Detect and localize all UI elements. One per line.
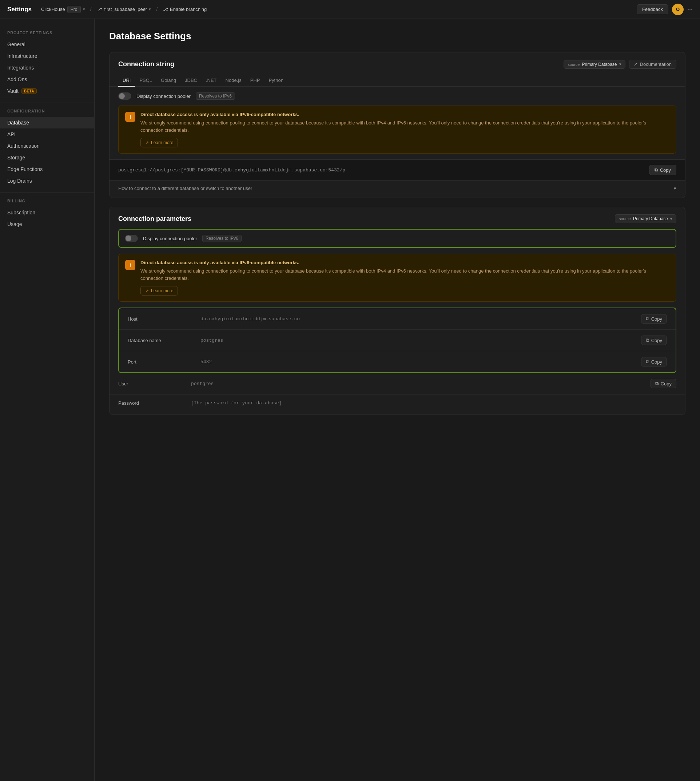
- copy-label: Copy: [660, 167, 671, 173]
- params-pooler-toggle-row: Display connection pooler Resolves to IP…: [119, 230, 676, 247]
- warning-content: Direct database access is only available…: [140, 112, 670, 147]
- sidebar-item-label: Integrations: [7, 65, 34, 71]
- tab-uri[interactable]: URI: [118, 75, 135, 87]
- sidebar-item-label: Add Ons: [7, 77, 27, 82]
- sidebar-item-database[interactable]: Database: [0, 117, 94, 128]
- params-warning-icon: !: [125, 260, 135, 270]
- sidebar-item-edge-functions[interactable]: Edge Functions: [0, 164, 94, 175]
- project-selector[interactable]: ClickHouse Pro ▾: [41, 6, 85, 13]
- enable-branching-btn[interactable]: ⎇ Enable branching: [163, 7, 207, 12]
- source-selector-connection-string[interactable]: source Primary Database ▾: [563, 60, 625, 69]
- params-source-value: Primary Database: [633, 216, 668, 221]
- connect-dropdown-row[interactable]: How to connect to a different database o…: [110, 180, 685, 196]
- learn-more-button-connection-string[interactable]: ↗ Learn more: [140, 138, 178, 147]
- documentation-link[interactable]: ↗ Documentation: [629, 60, 677, 69]
- page-title: Database Settings: [109, 30, 685, 42]
- tab-python[interactable]: Python: [264, 75, 287, 87]
- sidebar-item-vault[interactable]: Vault BETA: [0, 85, 94, 97]
- sidebar-item-storage[interactable]: Storage: [0, 152, 94, 164]
- sidebar-item-label: Usage: [7, 221, 22, 227]
- branch-selector[interactable]: ⎇ first_supabase_peer ▾: [97, 7, 151, 12]
- sidebar-item-add-ons[interactable]: Add Ons: [0, 73, 94, 85]
- tab-jdbc[interactable]: JDBC: [180, 75, 202, 87]
- copy-dbname-icon: ⧉: [646, 337, 649, 343]
- params-toggle-knob: [125, 235, 131, 241]
- main-content: Database Settings Connection string sour…: [95, 19, 700, 781]
- copy-host-icon: ⧉: [646, 316, 649, 322]
- copy-dbname-button[interactable]: ⧉ Copy: [641, 335, 667, 345]
- sidebar-item-label: Subscription: [7, 210, 35, 215]
- sidebar-item-label: Authentication: [7, 143, 40, 149]
- nav-separator-2: /: [156, 7, 158, 12]
- branch-icon: ⎇: [97, 7, 102, 12]
- params-toggle-label: Display connection pooler: [143, 236, 197, 241]
- param-row-dbname: Database name postgres ⧉ Copy: [119, 330, 676, 351]
- tab-nodejs[interactable]: Node.js: [221, 75, 246, 87]
- sidebar-section-configuration: CONFIGURATION: [0, 109, 94, 117]
- tab-psql[interactable]: PSQL: [135, 75, 157, 87]
- param-label-port: Port: [128, 359, 200, 365]
- params-ipv6-badge: Resolves to IPv6: [202, 235, 242, 242]
- connection-string-tabs: URI PSQL Golang JDBC .NET Node.js PHP Py…: [110, 69, 685, 87]
- vault-beta-badge: BETA: [22, 88, 37, 94]
- params-connection-pooler-toggle[interactable]: [125, 235, 138, 242]
- sidebar-item-integrations[interactable]: Integrations: [0, 62, 94, 73]
- dropdown-chevron-icon: ▾: [674, 185, 677, 191]
- source-value: Primary Database: [582, 62, 617, 67]
- copy-host-button[interactable]: ⧉ Copy: [641, 314, 667, 324]
- sidebar-item-log-drains[interactable]: Log Drains: [0, 175, 94, 187]
- param-label-password: Password: [118, 401, 191, 406]
- sidebar-divider-1: [0, 103, 94, 103]
- param-value-user: postgres: [191, 381, 650, 387]
- avatar[interactable]: O: [672, 3, 683, 15]
- sidebar-item-subscription[interactable]: Subscription: [0, 207, 94, 219]
- sidebar-divider-2: [0, 192, 94, 193]
- learn-more-button-params[interactable]: ↗ Learn more: [140, 286, 178, 295]
- param-row-port: Port 5432 ⧉ Copy: [119, 351, 676, 372]
- branch-name: first_supabase_peer: [104, 7, 147, 12]
- copy-user-label: Copy: [661, 381, 672, 387]
- connection-pooler-toggle[interactable]: [118, 92, 131, 100]
- toggle-knob: [119, 93, 125, 99]
- feedback-button[interactable]: Feedback: [637, 4, 668, 14]
- app-title: Settings: [7, 6, 32, 13]
- external-link-icon: ↗: [634, 62, 638, 67]
- copy-icon: ⧉: [655, 167, 658, 173]
- source-selector-params[interactable]: source Primary Database ▾: [615, 214, 677, 223]
- params-warning-title: Direct database access is only available…: [140, 260, 670, 265]
- ipv6-badge: Resolves to IPv6: [196, 92, 235, 100]
- sidebar-item-label: Infrastructure: [7, 53, 37, 59]
- tab-dotnet[interactable]: .NET: [202, 75, 221, 87]
- connection-string-card: Connection string source Primary Databas…: [109, 52, 685, 198]
- project-name: ClickHouse: [41, 7, 65, 12]
- tab-php[interactable]: PHP: [246, 75, 265, 87]
- param-value-dbname: postgres: [200, 338, 641, 343]
- more-options-icon[interactable]: ···: [687, 5, 693, 13]
- sidebar-item-infrastructure[interactable]: Infrastructure: [0, 50, 94, 62]
- page-layout: PROJECT SETTINGS General Infrastructure …: [0, 19, 700, 781]
- sidebar-item-general[interactable]: General: [0, 38, 94, 50]
- connection-params-body: Display connection pooler Resolves to IP…: [110, 229, 685, 414]
- dropdown-text: How to connect to a different database o…: [118, 185, 252, 191]
- sidebar-item-authentication[interactable]: Authentication: [0, 140, 94, 152]
- connection-string-card-header: Connection string source Primary Databas…: [110, 52, 685, 69]
- source-label: source: [568, 62, 580, 67]
- ipv6-warning-connection-string: ! Direct database access is only availab…: [118, 105, 677, 154]
- copy-user-button[interactable]: ⧉ Copy: [650, 379, 677, 388]
- sidebar-section-project-settings: PROJECT SETTINGS: [0, 30, 94, 38]
- sidebar-item-api[interactable]: API: [0, 128, 94, 140]
- copy-port-button[interactable]: ⧉ Copy: [641, 357, 667, 367]
- connection-string-body: Display connection pooler Resolves to IP…: [110, 87, 685, 198]
- sidebar-item-label: Storage: [7, 155, 25, 160]
- sidebar-item-label: Vault: [7, 88, 18, 94]
- ipv6-warning-params: ! Direct database access is only availab…: [118, 254, 677, 302]
- copy-connection-string-button[interactable]: ⧉ Copy: [649, 165, 677, 175]
- tab-golang[interactable]: Golang: [157, 75, 180, 87]
- connection-pooler-highlight-box: Display connection pooler Resolves to IP…: [118, 229, 677, 248]
- sidebar-item-label: Log Drains: [7, 178, 32, 184]
- sidebar-item-usage[interactable]: Usage: [0, 219, 94, 230]
- nav-separator: /: [90, 7, 92, 12]
- connection-params-card-header: Connection parameters source Primary Dat…: [110, 207, 685, 223]
- params-table-highlight-box: Host db.cxhygiuitamxhniiddjm.supabase.co…: [118, 307, 677, 373]
- param-label-dbname: Database name: [128, 338, 200, 343]
